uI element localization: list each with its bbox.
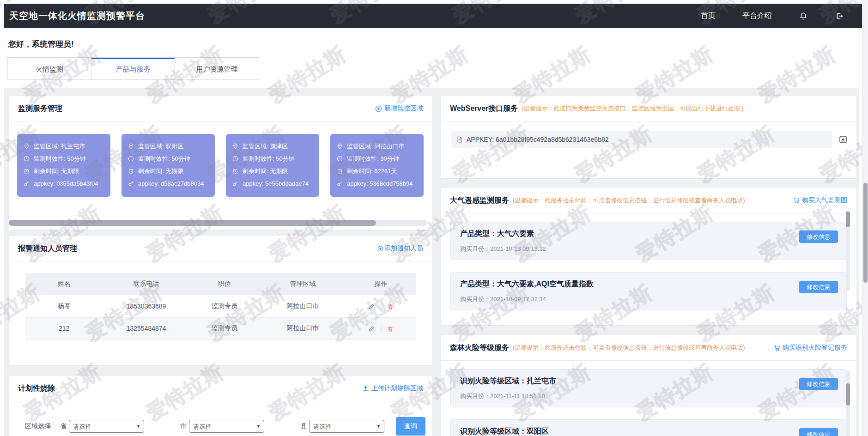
cell-position: 监测专员 xyxy=(189,317,260,339)
modify-info-button[interactable]: 修改信息 xyxy=(799,428,838,436)
monitor-service-header: 监测服务管理 新增监控区域 xyxy=(9,96,432,121)
add-notify-staff-link[interactable]: 添加通知人员 xyxy=(377,244,423,253)
tab-products-services[interactable]: 产品与服务 xyxy=(91,58,175,79)
location-pin-icon xyxy=(337,143,344,149)
card-appkey: appkey: 5368cdd758b94 xyxy=(347,180,413,187)
upload-burn-area-link[interactable]: 上传计划烧除区域 xyxy=(362,384,423,393)
notify-staff-table: 姓名 联系电话 职位 管理区域 操作 杨幂 18530363689 监测专员 阿… xyxy=(25,273,416,340)
content-area: 监测服务管理 新增监控区域 监管区域: 扎兰屯市 监测时效性: 50分钟 剩余时… xyxy=(4,88,859,436)
monitor-service-title: 监测服务管理 xyxy=(18,104,62,114)
upload-burn-area-label: 上传计划烧除区域 xyxy=(371,384,423,393)
monitor-card-list: 监管区域: 扎兰屯市 监测时效性: 50分钟 剩余时间: 无期限 appkey:… xyxy=(9,121,432,197)
edit-icon[interactable] xyxy=(368,326,375,332)
monitor-card[interactable]: 监管区域: 双阳区 监测时效性: 50分钟 剩余时间: 无期限 appkey: … xyxy=(121,134,215,197)
table-header-row: 姓名 联系电话 职位 管理区域 操作 xyxy=(25,273,416,295)
product-card: 产品类型：大气六要素,AQI空气质量指数 购买月份：2021-10-09 17:… xyxy=(450,272,847,310)
cart-icon xyxy=(774,345,780,351)
section-scrollbar-thumb[interactable] xyxy=(846,212,850,227)
modify-info-button[interactable]: 修改信息 xyxy=(799,378,838,390)
purchase-date: 购买月份：2021-10-09 17:32:34 xyxy=(460,295,594,303)
cell-name: 杨幂 xyxy=(25,295,103,317)
clock-icon xyxy=(128,156,135,162)
county-label: 县 xyxy=(300,422,307,430)
logout-icon[interactable] xyxy=(835,12,844,21)
product-card: 识别火险等级区域：双阳区 修改信息 xyxy=(450,419,847,436)
panel-webserver-api: WebServer接口服务 (温馨提示：此接口为免费监控火点接口，监控区域为全国… xyxy=(441,96,856,178)
panel-atmosphere-service: 大气遥感监测服务 (温馨提示：此服务还未付款，可点击修改信息按钮，进行信息修改或… xyxy=(441,188,856,325)
panel-monitor-service: 监测服务管理 新增监控区域 监管区域: 扎兰屯市 监测时效性: 50分钟 剩余时… xyxy=(9,96,432,230)
buy-fire-risk-service-link[interactable]: 购买识别火险登记服务 xyxy=(774,344,847,352)
risk-region: 识别火险等级区域：扎兰屯市 xyxy=(460,376,556,386)
monitor-card[interactable]: 监管区域: 旗津区 监测时效性: 50分钟 剩余时间: 无期限 appkey: … xyxy=(226,134,319,197)
clock-icon xyxy=(24,156,30,162)
alarm-clock-icon xyxy=(232,168,239,174)
app-title: 天空地一体化火情监测预警平台 xyxy=(9,10,145,22)
modify-info-button[interactable]: 修改信息 xyxy=(799,281,838,293)
cell-name: 212 xyxy=(25,317,103,339)
city-select[interactable]: 请选择 xyxy=(189,420,264,433)
delete-icon[interactable] xyxy=(387,303,394,310)
horizontal-scrollbar-track[interactable] xyxy=(9,220,427,226)
atmosphere-header: 大气遥感监测服务 (温馨提示：此服务还未付款，可点击修改信息按钮，进行信息修改或… xyxy=(441,188,856,213)
modify-info-button[interactable]: 修改信息 xyxy=(799,230,838,243)
tab-fire-monitor[interactable]: 火情监测 xyxy=(8,58,91,79)
action-divider: | xyxy=(380,325,382,332)
section-scrollbar-thumb[interactable] xyxy=(846,383,850,406)
buy-atmosphere-map-label: 购买大气监测图 xyxy=(802,196,847,205)
nav-platform-intro[interactable]: 平台介绍 xyxy=(742,11,772,21)
section-scrollbar-track[interactable] xyxy=(846,370,850,436)
col-phone: 联系电话 xyxy=(103,273,189,295)
product-info: 产品类型：大气六要素 购买月份：2021-10-13 09:18:12 xyxy=(460,229,546,253)
key-icon xyxy=(128,181,135,187)
section-scrollbar-track[interactable] xyxy=(846,210,850,291)
query-button[interactable]: 查询 xyxy=(396,417,425,436)
card-appkey: appkey: 5e55bddadae74 xyxy=(243,180,309,187)
monitor-card[interactable]: 监管区域: 扎兰屯市 监测时效性: 50分钟 剩余时间: 无期限 appkey:… xyxy=(17,134,110,197)
cell-phone: 13255484874 xyxy=(103,317,189,339)
county-select[interactable]: 请选择 xyxy=(309,420,384,433)
notify-staff-header: 报警通知人员管理 添加通知人员 xyxy=(9,236,432,261)
region-select-form: 区域选择 省 请选择 ▼ 市 请选择 ▼ 县 xyxy=(9,401,432,436)
page-scrollbar-thumb[interactable] xyxy=(863,183,868,283)
col-region: 管理区域 xyxy=(260,273,346,295)
card-region: 监管区域: 双阳区 xyxy=(138,142,183,151)
add-monitor-area-link[interactable]: 新增监控区域 xyxy=(375,104,423,113)
key-icon xyxy=(24,181,30,187)
card-region: 监管区域: 旗津区 xyxy=(243,142,288,151)
product-info: 识别火险等级区域：双阳区 xyxy=(460,427,549,436)
clock-icon xyxy=(232,156,239,162)
tab-user-resources[interactable]: 用户资源管理 xyxy=(175,58,259,79)
nav-home[interactable]: 首页 xyxy=(701,11,716,21)
clock-icon xyxy=(337,156,344,162)
purchase-date: 购买月份：2021-11-11 18:51:10 xyxy=(460,392,556,400)
monitor-card[interactable]: 监管区域: 阿拉山口市 监测时效性: 30分钟 剩余时间: 62261天 app… xyxy=(330,134,424,197)
col-name: 姓名 xyxy=(25,273,103,295)
delete-icon[interactable] xyxy=(387,326,394,332)
planned-burning-title: 计划性烧除 xyxy=(18,384,55,394)
appkey-row: APPKEY: 6a01bb28f95c492a8d5b6231463e6b82 xyxy=(451,131,847,148)
purchase-date: 购买月份：2021-10-13 09:18:12 xyxy=(460,245,546,253)
buy-fire-risk-service-label: 购买识别火险登记服务 xyxy=(783,344,847,352)
edit-icon[interactable] xyxy=(368,303,375,310)
bell-icon[interactable] xyxy=(799,12,808,21)
plus-circle-icon xyxy=(377,246,383,252)
card-timeliness: 监测时效性: 50分钟 xyxy=(138,155,190,163)
top-navbar: 天空地一体化火情监测预警平台 首页 平台介绍 xyxy=(4,4,864,28)
card-remaining: 剩余时间: 无期限 xyxy=(138,167,183,176)
province-select-wrap: 请选择 ▼ xyxy=(69,420,144,433)
page-scrollbar-track[interactable] xyxy=(862,0,868,436)
plus-circle-icon xyxy=(375,105,382,112)
buy-atmosphere-map-link[interactable]: 购买大气监测图 xyxy=(793,196,847,205)
province-select[interactable]: 请选择 xyxy=(69,420,144,433)
upload-icon xyxy=(362,385,369,392)
card-region: 监管区域: 扎兰屯市 xyxy=(34,142,85,151)
fire-risk-hint: (温馨提示：此服务还未付款，可点击修改信息按钮，进行信息修改或查看商务人员电话) xyxy=(513,344,745,352)
key-icon xyxy=(232,181,239,187)
alarm-clock-icon xyxy=(24,168,30,174)
horizontal-scrollbar-thumb[interactable] xyxy=(9,220,376,226)
panel-notify-staff: 报警通知人员管理 添加通知人员 姓名 联系电话 职位 xyxy=(9,236,432,365)
notify-staff-title: 报警通知人员管理 xyxy=(18,244,77,254)
alarm-clock-icon xyxy=(337,168,344,174)
product-info: 识别火险等级区域：扎兰屯市 购买月份：2021-11-11 18:51:10 xyxy=(460,376,556,400)
download-icon[interactable] xyxy=(839,135,847,144)
